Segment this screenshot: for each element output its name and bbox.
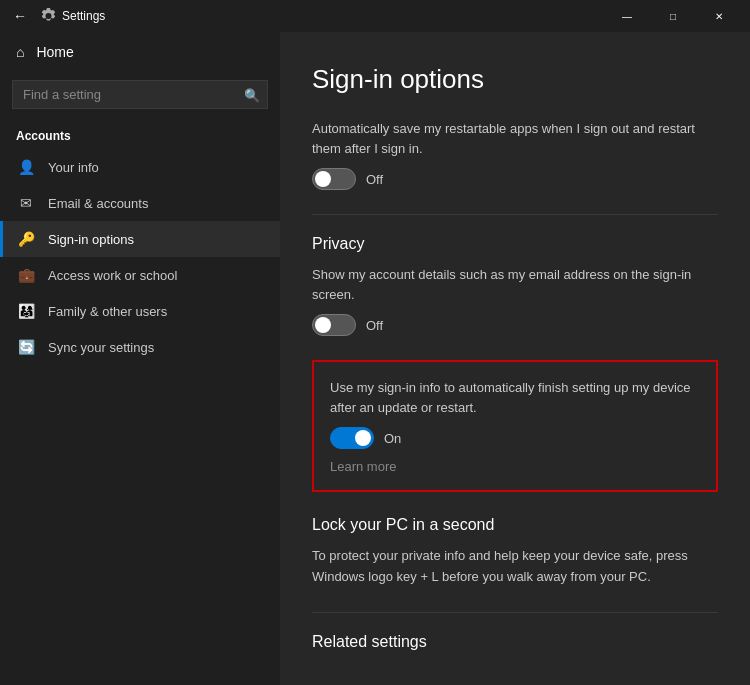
sidebar-item-label: Access work or school [48, 268, 177, 283]
maximize-button[interactable]: □ [650, 0, 696, 32]
sidebar-item-label: Sign-in options [48, 232, 134, 247]
sidebar-item-label: Email & accounts [48, 196, 148, 211]
related-settings-section: Related settings [312, 633, 718, 651]
divider-2 [312, 612, 718, 613]
home-label: Home [36, 44, 73, 60]
restartable-apps-toggle[interactable] [312, 168, 356, 190]
home-icon: ⌂ [16, 44, 24, 60]
back-button[interactable]: ← [8, 4, 32, 28]
lock-pc-title: Lock your PC in a second [312, 516, 718, 534]
sidebar-item-label: Sync your settings [48, 340, 154, 355]
close-button[interactable]: ✕ [696, 0, 742, 32]
sign-in-info-description: Use my sign-in info to automatically fin… [330, 378, 700, 417]
restartable-apps-toggle-row: Off [312, 168, 718, 190]
sidebar-item-label: Your info [48, 160, 99, 175]
sidebar-item-label: Family & other users [48, 304, 167, 319]
sidebar-item-your-info[interactable]: 👤 Your info [0, 149, 280, 185]
sidebar-item-email-accounts[interactable]: ✉ Email & accounts [0, 185, 280, 221]
family-icon: 👨‍👩‍👧 [16, 303, 36, 319]
sign-in-info-toggle[interactable] [330, 427, 374, 449]
window-title: Settings [62, 9, 604, 23]
sign-in-icon: 🔑 [16, 231, 36, 247]
restartable-apps-description: Automatically save my restartable apps w… [312, 119, 718, 158]
privacy-toggle-row: Off [312, 314, 718, 336]
sidebar-item-home[interactable]: ⌂ Home [0, 32, 280, 72]
learn-more-link[interactable]: Learn more [330, 459, 700, 474]
sync-icon: 🔄 [16, 339, 36, 355]
search-icon: 🔍 [244, 87, 260, 102]
restartable-apps-toggle-label: Off [366, 172, 383, 187]
privacy-toggle-label: Off [366, 318, 383, 333]
window-controls: — □ ✕ [604, 0, 742, 32]
restartable-apps-section: Automatically save my restartable apps w… [312, 119, 718, 190]
work-school-icon: 💼 [16, 267, 36, 283]
sidebar-item-access-work-school[interactable]: 💼 Access work or school [0, 257, 280, 293]
title-bar: ← Settings — □ ✕ [0, 0, 750, 32]
sidebar-item-family-other-users[interactable]: 👨‍👩‍👧 Family & other users [0, 293, 280, 329]
email-accounts-icon: ✉ [16, 195, 36, 211]
settings-icon [40, 8, 56, 24]
privacy-description: Show my account details such as my email… [312, 265, 718, 304]
lock-pc-section: Lock your PC in a second To protect your… [312, 516, 718, 588]
divider-1 [312, 214, 718, 215]
main-layout: ⌂ Home 🔍 Accounts 👤 Your info ✉ Email & … [0, 32, 750, 685]
sign-in-info-box: Use my sign-in info to automatically fin… [312, 360, 718, 492]
page-title: Sign-in options [312, 64, 718, 95]
privacy-toggle[interactable] [312, 314, 356, 336]
sidebar-item-sync-settings[interactable]: 🔄 Sync your settings [0, 329, 280, 365]
sidebar-section-label: Accounts [0, 117, 280, 149]
search-input[interactable] [12, 80, 268, 109]
privacy-title: Privacy [312, 235, 718, 253]
sign-in-info-toggle-row: On [330, 427, 700, 449]
your-info-icon: 👤 [16, 159, 36, 175]
lock-pc-description: To protect your private info and help ke… [312, 546, 718, 588]
search-container: 🔍 [12, 80, 268, 109]
minimize-button[interactable]: — [604, 0, 650, 32]
related-settings-title: Related settings [312, 633, 718, 651]
sidebar-item-sign-in-options[interactable]: 🔑 Sign-in options [0, 221, 280, 257]
privacy-section: Privacy Show my account details such as … [312, 235, 718, 336]
content-area: Sign-in options Automatically save my re… [280, 32, 750, 685]
sidebar: ⌂ Home 🔍 Accounts 👤 Your info ✉ Email & … [0, 32, 280, 685]
sign-in-info-toggle-label: On [384, 431, 401, 446]
